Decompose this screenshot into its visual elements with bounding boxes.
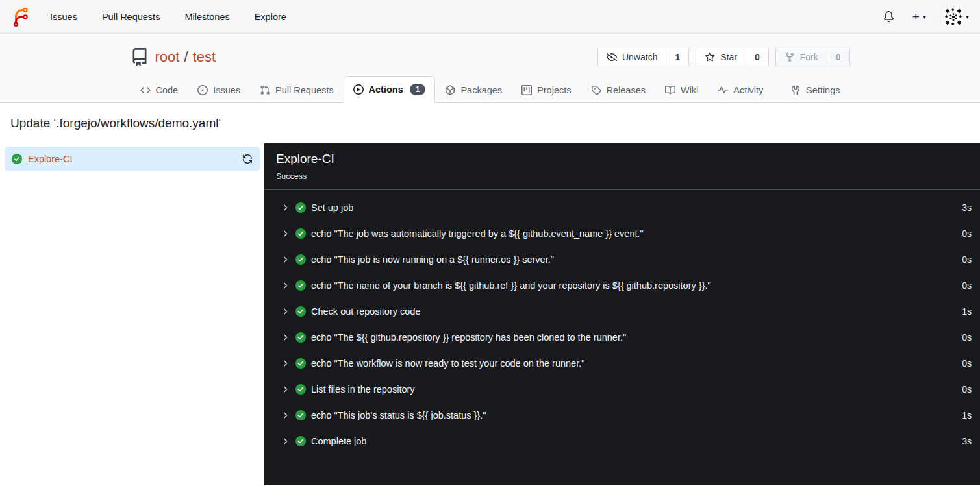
sync-icon: [242, 154, 253, 164]
package-icon: [445, 85, 455, 95]
unwatch-button[interactable]: Unwatch: [598, 47, 666, 67]
tab-settings-label: Settings: [806, 85, 840, 95]
step-row[interactable]: Complete job 3s: [264, 428, 980, 454]
step-name: echo "This job is now running on a ${{ r…: [311, 254, 554, 265]
check-circle-icon: [295, 254, 306, 265]
tab-wiki-label: Wiki: [681, 85, 698, 95]
tab-actions[interactable]: Actions 1: [344, 76, 436, 103]
run-log-panel: Explore-CI Success Set up job 3s echo "T…: [264, 143, 980, 485]
code-icon: [140, 85, 151, 95]
tab-issues[interactable]: Issues: [188, 77, 250, 103]
check-circle-icon: [295, 384, 306, 395]
run-panel-header: Explore-CI Success: [264, 143, 980, 190]
navbar-right: + ▾: [883, 8, 969, 26]
chevron-right-icon: [281, 203, 290, 212]
chevron-right-icon: [281, 411, 290, 420]
step-duration: 3s: [962, 202, 972, 213]
step-name: echo "The name of your branch is ${{ git…: [311, 280, 711, 291]
chevron-right-icon: [281, 385, 290, 394]
step-name: Complete job: [311, 436, 366, 446]
pulse-icon: [718, 85, 728, 95]
check-circle-icon: [295, 436, 306, 446]
watch-count[interactable]: 1: [666, 47, 688, 67]
navbar-item-milestones[interactable]: Milestones: [184, 12, 229, 22]
chevron-right-icon: [281, 229, 290, 238]
tab-pull-requests-label: Pull Requests: [275, 85, 333, 95]
top-navbar: Issues Pull Requests Milestones Explore …: [0, 0, 980, 34]
rerun-job-button[interactable]: [242, 154, 253, 164]
tab-settings[interactable]: Settings: [781, 77, 849, 103]
step-duration: 0s: [962, 384, 972, 395]
chevron-right-icon: [281, 359, 290, 368]
unwatch-label: Unwatch: [622, 52, 657, 62]
fork-button-group: Fork 0: [775, 47, 850, 67]
run-status: Success: [276, 172, 968, 181]
tab-actions-label: Actions: [369, 84, 403, 95]
repo-separator: /: [184, 49, 188, 66]
tab-projects[interactable]: Projects: [512, 77, 581, 103]
step-duration: 0s: [962, 228, 972, 239]
tab-projects-label: Projects: [537, 85, 571, 95]
check-circle-icon: [295, 332, 306, 343]
step-row[interactable]: echo "This job is now running on a ${{ r…: [264, 247, 980, 273]
chevron-down-icon: ▾: [923, 14, 926, 20]
step-duration: 3s: [962, 436, 972, 446]
check-circle-icon: [295, 306, 306, 317]
star-label: Star: [720, 52, 737, 62]
tab-code-label: Code: [156, 85, 179, 95]
tab-pull-requests[interactable]: Pull Requests: [250, 77, 343, 103]
fork-icon: [785, 52, 795, 62]
repo-owner-link[interactable]: root: [155, 49, 180, 66]
navbar-item-pull-requests[interactable]: Pull Requests: [102, 12, 160, 22]
step-name: echo "This job's status is ${{ job.statu…: [311, 410, 486, 420]
step-duration: 0s: [962, 332, 972, 343]
run-job-title: Explore-CI: [276, 152, 968, 166]
step-duration: 0s: [962, 254, 972, 265]
step-row[interactable]: Check out repository code 1s: [264, 298, 980, 324]
step-row[interactable]: echo "The job was automatically triggere…: [264, 221, 980, 247]
forgejo-logo-icon: [11, 7, 31, 27]
create-new-button[interactable]: + ▾: [912, 10, 926, 23]
check-circle-icon: [295, 410, 306, 420]
tab-code[interactable]: Code: [131, 77, 188, 103]
navbar-item-issues[interactable]: Issues: [50, 12, 77, 22]
navbar-item-explore[interactable]: Explore: [255, 12, 286, 22]
step-duration: 0s: [962, 280, 972, 291]
star-button-group: Star 0: [696, 47, 768, 67]
project-board-icon: [521, 85, 532, 95]
tab-activity[interactable]: Activity: [708, 77, 773, 103]
chevron-right-icon: [281, 333, 290, 342]
notifications-button[interactable]: [883, 11, 894, 22]
tab-releases[interactable]: Releases: [581, 77, 655, 103]
star-button[interactable]: Star: [696, 47, 746, 67]
repo-breadcrumb: root / test: [155, 49, 216, 66]
star-count[interactable]: 0: [746, 47, 768, 67]
repo-name-link[interactable]: test: [193, 49, 216, 66]
step-row[interactable]: echo "The workflow is now ready to test …: [264, 350, 980, 376]
sidebar-job-explore-ci[interactable]: Explore-CI: [5, 147, 260, 171]
forgejo-logo[interactable]: [11, 7, 31, 27]
step-name: Check out repository code: [311, 306, 420, 317]
jobs-sidebar: Explore-CI: [0, 143, 264, 485]
step-duration: 1s: [962, 410, 972, 420]
user-menu-button[interactable]: ▾: [944, 8, 969, 26]
step-row[interactable]: echo "The name of your branch is ${{ git…: [264, 273, 980, 298]
step-name: Set up job: [311, 202, 353, 213]
fork-button[interactable]: Fork: [776, 47, 827, 67]
step-row[interactable]: List files in the repository 0s: [264, 376, 980, 402]
fork-count[interactable]: 0: [827, 47, 849, 67]
repo-header: root / test Unwatch 1: [0, 34, 980, 103]
chevron-right-icon: [281, 307, 290, 316]
step-row[interactable]: echo "The ${{ github.repository }} repos…: [264, 324, 980, 350]
tab-packages[interactable]: Packages: [435, 77, 512, 103]
tab-wiki[interactable]: Wiki: [655, 77, 708, 103]
steps-list: Set up job 3s echo "The job was automati…: [264, 190, 980, 454]
step-row[interactable]: Set up job 3s: [264, 195, 980, 221]
step-row[interactable]: echo "This job's status is ${{ job.statu…: [264, 402, 980, 428]
tab-activity-label: Activity: [733, 85, 763, 95]
repo-book-icon: [131, 48, 149, 66]
unwatch-button-group: Unwatch 1: [597, 47, 689, 67]
step-duration: 1s: [962, 306, 972, 317]
repo-action-buttons: Unwatch 1 Star 0: [597, 47, 850, 67]
tag-icon: [591, 85, 601, 95]
